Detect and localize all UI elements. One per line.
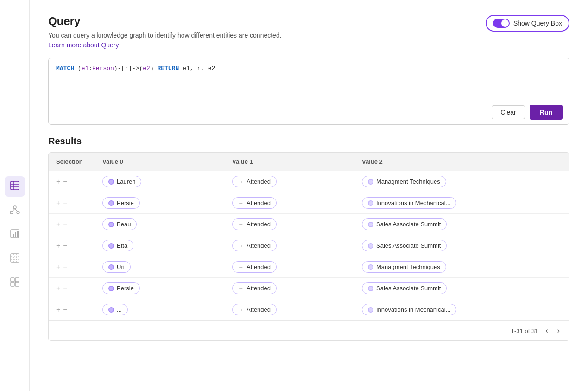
event-chip[interactable]: Sales Associate Summit [362,282,447,294]
relation-label: Attended [247,306,271,313]
relation-label: Attended [247,199,271,206]
person-chip[interactable]: Beau [102,218,137,230]
arrow-icon: → [238,307,244,313]
learn-more-link[interactable]: Learn more about Query [48,41,119,49]
chip-dot-inner-icon [368,222,373,227]
add-row-button[interactable]: + [56,178,60,186]
chip-dot-icon [108,243,114,249]
table-header-row: Selection Value 0 Value 1 Value 2 [49,153,569,171]
title-block: Query You can query a knowledge graph to… [48,15,282,58]
sidebar-item-chart[interactable] [5,224,25,245]
add-row-button[interactable]: + [56,306,60,314]
relation-chip[interactable]: → Attended [232,240,277,251]
event-chip[interactable]: Managment Techniques [362,176,446,187]
svg-rect-12 [17,231,19,237]
event-chip[interactable]: Sales Associate Summit [362,218,447,230]
clear-button[interactable]: Clear [492,105,525,119]
results-title: Results [48,136,569,147]
person-chip[interactable]: Etta [102,240,133,251]
next-page-button[interactable]: › [556,326,562,336]
relation-chip[interactable]: → Attended [232,304,277,315]
event-chip[interactable]: Innovations in Mechanical... [362,197,456,209]
svg-rect-18 [11,278,14,282]
svg-point-4 [13,206,16,209]
header-row: Query You can query a knowledge graph to… [48,15,569,58]
query-editor[interactable]: MATCH (e1:Person)-[r]->(e2) RETURN e1, r… [49,58,569,100]
event-chip[interactable]: Managment Techniques [362,261,446,273]
person-chip[interactable]: Lauren [102,176,141,187]
remove-row-button[interactable]: − [63,199,67,207]
remove-row-button[interactable]: − [63,178,67,186]
toggle-switch [493,19,510,28]
value1-cell: → Attended [225,214,354,235]
relation-chip[interactable]: → Attended [232,176,277,187]
relation-label: Attended [247,263,271,270]
selection-cell: + − [49,256,95,278]
person-chip[interactable]: ... [102,304,128,315]
page-title: Query [48,15,282,28]
table-row: + − Persie → Attended Innovations in Mec… [49,192,569,214]
col-value0: Value 0 [95,153,225,171]
sidebar-item-graph[interactable] [5,200,25,221]
person-name: Uri [117,263,125,270]
dots-icon [10,277,20,289]
value0-cell: Persie [95,278,225,299]
event-chip[interactable]: Innovations in Mechanical... [362,304,456,315]
event-name: Managment Techniques [376,263,440,270]
add-row-button[interactable]: + [56,263,60,271]
remove-row-button[interactable]: − [63,263,67,271]
sidebar-item-table[interactable] [5,176,25,197]
toggle-knob [501,19,509,27]
person-chip[interactable]: Persie [102,197,140,209]
selection-cell: + − [49,299,95,320]
query-code-text: MATCH (e1:Person)-[r]->(e2) RETURN e1, r… [56,65,215,72]
add-row-button[interactable]: + [56,199,60,207]
table-footer: 1-31 of 31 ‹ › [49,320,569,340]
arrow-icon: → [238,179,244,185]
prev-page-button[interactable]: ‹ [544,326,550,336]
table-row: + − Persie → Attended Sales Associate Su… [49,278,569,299]
value1-cell: → Attended [225,192,354,214]
value2-cell: Sales Associate Summit [354,214,569,235]
chip-dot-icon [108,264,114,270]
value1-cell: → Attended [225,235,354,256]
table-row: + − Etta → Attended Sales Associate Summ… [49,235,569,256]
relation-chip[interactable]: → Attended [232,282,277,294]
selection-cell: + − [49,235,95,256]
value0-cell: Lauren [95,171,225,192]
chip-dot-icon [108,179,114,185]
person-chip[interactable]: Persie [102,282,140,294]
value0-cell: Uri [95,256,225,278]
svg-rect-10 [13,234,14,237]
remove-row-button[interactable]: − [63,306,67,314]
remove-row-button[interactable]: − [63,242,67,250]
value1-cell: → Attended [225,299,354,320]
event-name: Innovations in Mechanical... [376,199,450,206]
query-footer: Clear Run [49,100,569,124]
relation-chip[interactable]: → Attended [232,197,277,209]
svg-rect-19 [15,278,19,282]
arrow-icon: → [238,285,244,292]
add-row-button[interactable]: + [56,242,60,250]
add-row-button[interactable]: + [56,285,60,292]
relation-label: Attended [247,178,271,185]
run-button[interactable]: Run [530,105,563,120]
results-table: Selection Value 0 Value 1 Value 2 + − La… [48,152,569,341]
value1-cell: → Attended [225,278,354,299]
relation-chip[interactable]: → Attended [232,218,277,230]
person-chip[interactable]: Uri [102,261,131,273]
sidebar-item-grid[interactable] [5,249,25,269]
remove-row-button[interactable]: − [63,221,67,228]
show-query-box-toggle[interactable]: Show Query Box [486,15,569,32]
add-row-button[interactable]: + [56,221,60,228]
person-name: Etta [117,242,127,249]
sidebar-item-dots[interactable] [5,273,25,293]
relation-chip[interactable]: → Attended [232,261,277,273]
chip-dot-icon [108,222,114,227]
event-chip[interactable]: Sales Associate Summit [362,240,447,251]
chart-icon [10,229,20,241]
arrow-icon: → [238,264,244,270]
person-name: Beau [117,221,131,228]
relation-label: Attended [247,221,271,228]
remove-row-button[interactable]: − [63,285,67,292]
